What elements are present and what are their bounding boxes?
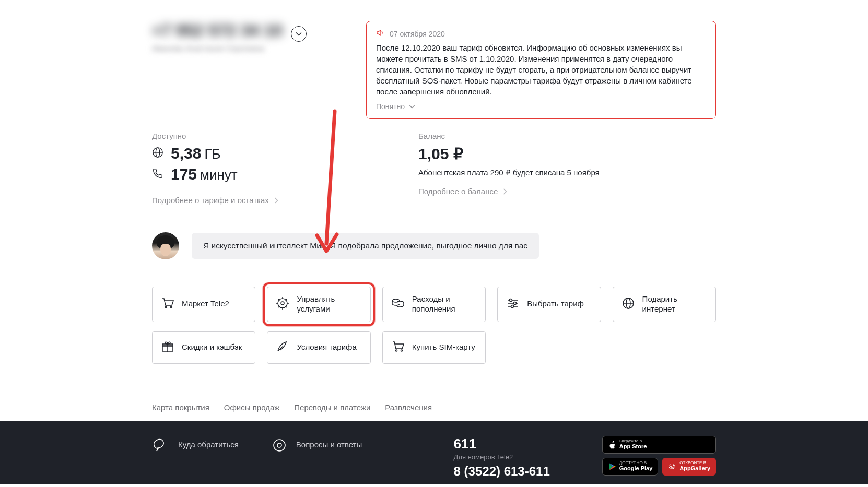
megaphone-icon bbox=[376, 29, 384, 39]
choose-tariff-tile[interactable]: Выбрать тариф bbox=[497, 287, 601, 322]
tile-label: Скидки и кэшбэк bbox=[182, 342, 242, 352]
tariff-update-notice: 07 октября 2020 После 12.10.2020 ваш тар… bbox=[366, 21, 716, 119]
user-owner-name: Иванова Анастасия Сергеевна bbox=[152, 44, 350, 53]
mia-suggestion-bubble[interactable]: Я искусственный интеллект Миа. Я подобра… bbox=[192, 233, 539, 259]
globe-icon bbox=[152, 147, 163, 160]
tile-label: Условия тарифа bbox=[297, 342, 356, 352]
notice-date: 07 октября 2020 bbox=[390, 30, 445, 38]
balance-value: 1,05 ₽ bbox=[418, 145, 716, 163]
tile-label: Выбрать тариф bbox=[527, 299, 584, 309]
svg-point-5 bbox=[281, 302, 284, 305]
manage-services-tile[interactable]: Управлять услугами bbox=[267, 287, 370, 322]
svg-point-8 bbox=[510, 299, 512, 301]
cashback-tile[interactable]: Скидки и кэшбэк bbox=[152, 331, 255, 364]
chevron-right-icon bbox=[274, 197, 278, 204]
cart-icon bbox=[391, 340, 405, 355]
mia-avatar bbox=[152, 232, 179, 259]
remain-label: Доступно bbox=[152, 132, 403, 140]
apple-icon bbox=[608, 441, 616, 449]
target-icon bbox=[270, 436, 289, 455]
feather-icon bbox=[276, 340, 289, 355]
user-phone-number: +7 952 572 34 10 bbox=[152, 21, 283, 40]
chevron-down-icon bbox=[296, 32, 302, 36]
minutes-remaining-value: 175минут bbox=[171, 165, 238, 183]
tile-label: Управлять услугами bbox=[297, 294, 361, 314]
tariff-details-link[interactable]: Подробнее о тарифе и остатках bbox=[152, 196, 278, 205]
contact-us-link[interactable]: Куда обратиться bbox=[178, 436, 239, 449]
appstore-badge[interactable]: Загрузите вApp Store bbox=[602, 436, 716, 454]
gift-internet-tile[interactable]: Подарить интернет bbox=[613, 287, 716, 322]
notice-dismiss-button[interactable]: Понятно bbox=[376, 102, 415, 111]
notice-body: После 12.10.2020 ваш тариф обновится. Ин… bbox=[376, 42, 706, 97]
tile-label: Маркет Tele2 bbox=[182, 299, 229, 309]
chat-bubble-icon bbox=[152, 436, 171, 455]
data-remaining-value: 5,38ГБ bbox=[171, 145, 221, 162]
balance-details-link[interactable]: Подробнее о балансе bbox=[418, 187, 507, 196]
coins-icon bbox=[391, 296, 405, 312]
svg-point-12 bbox=[511, 305, 514, 307]
balance-label: Баланс bbox=[418, 132, 716, 140]
tariff-conditions-tile[interactable]: Условия тарифа bbox=[267, 331, 370, 364]
globe-gift-icon bbox=[621, 296, 635, 312]
tile-label: Подарить интернет bbox=[642, 294, 707, 314]
phone-handset-icon bbox=[152, 168, 163, 181]
support-short-number: 611 bbox=[454, 436, 550, 452]
tile-label: Купить SIM-карту bbox=[412, 342, 475, 352]
gift-box-icon bbox=[161, 340, 174, 355]
cart-icon bbox=[161, 296, 174, 312]
support-short-sub: Для номеров Tele2 bbox=[454, 453, 550, 461]
support-full-number: 8 (3522) 613-611 bbox=[454, 464, 550, 479]
phone-dropdown-toggle[interactable] bbox=[291, 26, 307, 42]
buy-sim-tile[interactable]: Купить SIM-карту bbox=[382, 331, 486, 364]
balance-details-label: Подробнее о балансе bbox=[418, 187, 498, 196]
faq-link[interactable]: Вопросы и ответы bbox=[296, 436, 362, 449]
appgallery-badge[interactable]: ОТКРОЙТЕ ВAppGallery bbox=[662, 458, 716, 476]
coverage-map-link[interactable]: Карта покрытия bbox=[152, 403, 209, 412]
notice-dismiss-label: Понятно bbox=[376, 102, 405, 111]
googleplay-badge[interactable]: ДОСТУПНО ВGoogle Play bbox=[602, 458, 659, 476]
chevron-right-icon bbox=[503, 188, 507, 195]
entertainment-link[interactable]: Развлечения bbox=[385, 403, 432, 412]
tile-label: Расходы и пополнения bbox=[412, 294, 477, 314]
play-icon bbox=[608, 462, 616, 471]
balance-charge-note: Абонентская плата 290 ₽ будет списана 5 … bbox=[418, 168, 716, 177]
transfers-payments-link[interactable]: Переводы и платежи bbox=[294, 403, 370, 412]
tariff-details-label: Подробнее о тарифе и остатках bbox=[152, 196, 269, 205]
helm-wheel-icon bbox=[276, 296, 289, 312]
svg-point-19 bbox=[274, 440, 285, 451]
svg-point-10 bbox=[514, 302, 517, 304]
huawei-icon bbox=[668, 462, 676, 471]
chevron-down-icon bbox=[409, 104, 415, 109]
expenses-tile[interactable]: Расходы и пополнения bbox=[382, 287, 486, 322]
sales-offices-link[interactable]: Офисы продаж bbox=[224, 403, 279, 412]
market-tile[interactable]: Маркет Tele2 bbox=[152, 287, 255, 322]
sliders-icon bbox=[506, 296, 520, 312]
svg-point-20 bbox=[277, 443, 281, 447]
